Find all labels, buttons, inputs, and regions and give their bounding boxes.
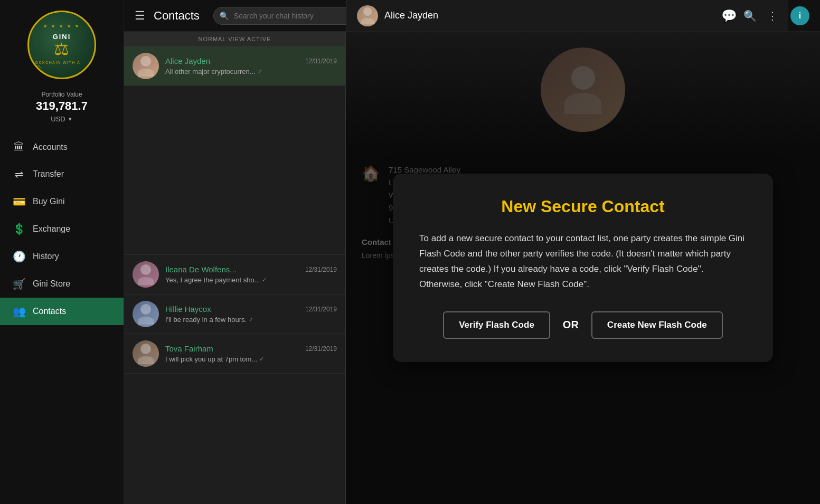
modal-or-text: OR [563, 319, 579, 331]
info-icon[interactable]: i [790, 6, 809, 25]
contacts-icon: 👥 [13, 305, 25, 318]
search-icon: 🔍 [220, 12, 229, 20]
chat-info-tova: Tova Fairham 12/31/2019 I will pick you … [165, 344, 337, 363]
chat-message-alice: All other major cryptocurren... ✓ [165, 68, 337, 75]
chat-info-hillie: Hillie Haycox 12/31/2019 I'll be ready i… [165, 305, 337, 324]
modal-title: New Secure Contact [419, 197, 747, 216]
chat-item-tova[interactable]: Tova Fairham 12/31/2019 I will pick you … [124, 334, 345, 374]
modal-body: To add a new secure contact to your cont… [419, 231, 747, 292]
chat-date-hillie: 12/31/2019 [305, 306, 337, 313]
chat-message-tova: I will pick you up at 7pm tom... ✓ [165, 355, 337, 363]
logo-area: ★ ★ ★ ★ ★ GINI ⚖ BLOCKCHAIN WITH A SOUL [27, 11, 96, 79]
check-icon-tova: ✓ [259, 356, 264, 363]
logo-inner: ★ ★ ★ ★ ★ GINI ⚖ BLOCKCHAIN WITH A SOUL [53, 33, 71, 58]
accounts-icon: 🏛 [13, 141, 25, 153]
check-icon: ✓ [258, 68, 262, 75]
contact-header-bar: Alice Jayden 💬 🔍 ⋮ [346, 0, 788, 32]
header-title: Contacts [154, 9, 200, 23]
currency-chevron-icon: ▼ [68, 116, 73, 122]
sidebar-item-exchange[interactable]: 💲 Exchange [0, 215, 124, 243]
main-area: ☰ Contacts 🔍 Alice Jayden 💬 🔍 ⋮ i NORMA [124, 0, 820, 504]
modal-box: New Secure Contact To add a new secure c… [393, 174, 773, 362]
chat-info-ileana: Ileana De Wolfens... 12/31/2019 Yes, I a… [165, 265, 337, 284]
chat-item-ileana[interactable]: Ileana De Wolfens... 12/31/2019 Yes, I a… [124, 255, 345, 294]
chat-info-alice: Alice Jayden 12/31/2019 All other major … [165, 56, 337, 75]
history-icon: 🕐 [13, 250, 25, 263]
sidebar-item-label: Gini Store [33, 279, 70, 289]
contact-detail-panel: 🏠 715 Sagewood Alley Lakewood Washington… [346, 32, 820, 504]
chat-date-ileana: 12/31/2019 [305, 266, 337, 273]
content-panels: NORMAL VIEW ACTIVE Alice Jayden 12/31/20… [124, 32, 820, 504]
currency-row[interactable]: USD ▼ [51, 115, 72, 123]
contact-avatar-header [357, 5, 378, 26]
currency-label: USD [51, 115, 65, 123]
check-icon-ileana: ✓ [262, 277, 267, 283]
sidebar-item-label: Contacts [33, 307, 66, 316]
sidebar-item-transfer[interactable]: ⇌ Transfer [0, 160, 124, 188]
chat-item-hillie[interactable]: Hillie Haycox 12/31/2019 I'll be ready i… [124, 294, 345, 334]
chat-item-alice[interactable]: Alice Jayden 12/31/2019 All other major … [124, 46, 345, 86]
chat-message-ileana: Yes, I agree the payment sho... ✓ [165, 276, 337, 284]
search-contact-icon[interactable]: 🔍 [743, 9, 757, 22]
buy-gini-icon: 💳 [13, 195, 25, 208]
chat-name-alice: Alice Jayden [165, 56, 210, 65]
check-icon-hillie: ✓ [249, 316, 253, 323]
chat-name-tova: Tova Fairham [165, 344, 213, 353]
chat-avatar-hillie [133, 301, 159, 327]
more-options-icon[interactable]: ⋮ [767, 9, 778, 22]
logo-circle: ★ ★ ★ ★ ★ GINI ⚖ BLOCKCHAIN WITH A SOUL [27, 11, 96, 79]
sidebar-item-accounts[interactable]: 🏛 Accounts [0, 134, 124, 160]
chat-date-tova: 12/31/2019 [305, 345, 337, 353]
contact-name-header: Alice Jayden [384, 10, 711, 21]
exchange-icon: 💲 [13, 223, 25, 235]
chat-list-panel: NORMAL VIEW ACTIVE Alice Jayden 12/31/20… [124, 32, 346, 504]
sidebar-item-label: History [33, 252, 59, 261]
modal-actions: Verify Flash Code OR Create New Flash Co… [419, 311, 747, 339]
logo-stars: ★ ★ ★ ★ ★ [43, 24, 81, 28]
sidebar-item-gini-store[interactable]: 🛒 Gini Store [0, 270, 124, 298]
sidebar-item-label: Buy Gini [33, 197, 64, 206]
portfolio-label: Portfolio Value [41, 91, 82, 98]
chat-date-alice: 12/31/2019 [305, 58, 337, 65]
sidebar-item-label: Accounts [33, 142, 68, 152]
chat-list-spacer [124, 86, 345, 255]
chat-name-ileana: Ileana De Wolfens... [165, 265, 237, 274]
modal-overlay: New Secure Contact To add a new secure c… [346, 32, 820, 504]
chat-action-icon[interactable]: 💬 [721, 8, 737, 23]
chat-message-hillie: I'll be ready in a few hours. ✓ [165, 316, 337, 324]
sidebar-item-contacts[interactable]: 👥 Contacts [0, 298, 124, 325]
top-header: ☰ Contacts 🔍 Alice Jayden 💬 🔍 ⋮ i [124, 0, 820, 32]
verify-flash-code-button[interactable]: Verify Flash Code [443, 311, 550, 339]
logo-scales-icon: ⚖ [54, 41, 69, 58]
store-icon: 🛒 [13, 278, 25, 290]
transfer-icon: ⇌ [13, 168, 25, 180]
logo-arc-text: BLOCKCHAIN WITH A SOUL [29, 61, 95, 68]
sidebar: ★ ★ ★ ★ ★ GINI ⚖ BLOCKCHAIN WITH A SOUL … [0, 0, 124, 504]
chat-name-hillie: Hillie Haycox [165, 305, 211, 313]
normal-view-banner: NORMAL VIEW ACTIVE [124, 32, 345, 46]
chat-avatar-ileana [133, 261, 159, 288]
chat-avatar-tova [133, 340, 159, 367]
sidebar-item-label: Exchange [33, 224, 70, 234]
create-new-flash-code-button[interactable]: Create New Flash Code [591, 311, 723, 339]
sidebar-item-history[interactable]: 🕐 History [0, 243, 124, 270]
portfolio-value: 319,781.7 [36, 99, 88, 113]
sidebar-item-label: Transfer [33, 169, 64, 179]
sidebar-item-buy-gini[interactable]: 💳 Buy Gini [0, 188, 124, 215]
chat-avatar-alice [133, 53, 159, 79]
menu-icon[interactable]: ☰ [135, 9, 145, 23]
